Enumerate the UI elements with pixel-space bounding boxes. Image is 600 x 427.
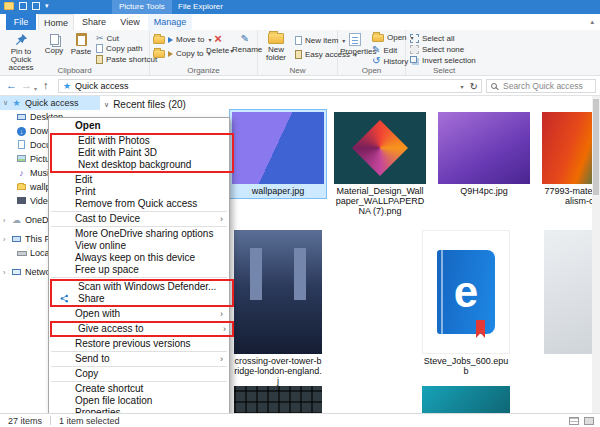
select-none-button[interactable]: Select none xyxy=(410,45,464,54)
sidebar-item-quick-access[interactable]: ∨ ★ Quick access xyxy=(0,96,100,110)
search-icon xyxy=(491,83,497,89)
menu-item-scan-with-windows-defender[interactable]: Scan with Windows Defender... xyxy=(52,281,232,293)
menu-item-create-shortcut[interactable]: Create shortcut xyxy=(49,383,229,395)
search-box[interactable] xyxy=(486,79,596,93)
picture-tools-badge: Picture Tools xyxy=(112,0,172,14)
file-tile-material-design[interactable]: Material_Design_Wallpaper_WALLPAPERDNA (… xyxy=(332,110,428,218)
menu-item-print[interactable]: Print xyxy=(49,186,229,198)
delete-button[interactable]: × Delete▾ xyxy=(206,32,230,55)
refresh-icon[interactable]: ↻ xyxy=(470,81,478,92)
address-dropdown-icon[interactable]: ▾ xyxy=(461,83,464,90)
invert-selection-button[interactable]: Invert selection xyxy=(410,56,476,65)
menu-item-share[interactable]: Share xyxy=(52,293,232,305)
menu-item-open-with[interactable]: Open with› xyxy=(49,308,229,320)
menu-item-view-online[interactable]: View online xyxy=(49,240,229,252)
status-divider xyxy=(50,416,51,425)
file-tile-teal[interactable] xyxy=(420,384,512,413)
cut-button[interactable]: ✂ Cut xyxy=(96,33,119,43)
forward-button[interactable]: → xyxy=(21,79,32,92)
thumbnail-view-icon[interactable] xyxy=(584,417,594,425)
copy-button[interactable]: Copy xyxy=(42,33,66,55)
rename-icon: ✎ xyxy=(232,34,258,44)
paste-shortcut-icon xyxy=(96,55,103,64)
paste-button[interactable]: Paste xyxy=(68,32,94,56)
file-tile-q9h4pc[interactable]: Q9H4pc.jpg xyxy=(436,110,532,198)
menu-item-give-access-to[interactable]: Give access to› xyxy=(52,323,232,335)
up-button[interactable]: ↑ xyxy=(43,79,49,92)
menu-item-edit-with-paint-3d[interactable]: Edit with Paint 3D xyxy=(52,147,232,159)
file-thumbnail xyxy=(422,386,510,413)
address-box[interactable]: ★ Quick access ▾ ↻ xyxy=(58,79,482,93)
select-all-button[interactable]: Select all xyxy=(410,34,454,43)
group-collapse-icon[interactable]: ∨ xyxy=(104,101,109,109)
tab-file[interactable]: File xyxy=(6,14,36,30)
new-folder-icon xyxy=(268,33,284,44)
new-folder-button[interactable]: New folder xyxy=(260,32,292,62)
expand-chevron-icon[interactable]: › xyxy=(3,236,11,243)
drive-icon xyxy=(17,251,27,256)
edit-button[interactable]: ✎ Edit xyxy=(372,45,397,55)
qat-customize-icon[interactable]: ▾ xyxy=(45,2,49,10)
tab-home[interactable]: Home xyxy=(38,14,74,30)
tab-view[interactable]: View xyxy=(114,14,146,30)
menu-item-open-file-location[interactable]: Open file location xyxy=(49,395,229,407)
properties-icon xyxy=(349,33,361,46)
ribbon-tab-strip: File Home Share View Manage ▴ xyxy=(0,14,600,30)
copy-to-button[interactable]: Copy to ▾ xyxy=(153,49,211,58)
file-tile-77993[interactable]: 77993-material-minimalism-colorf xyxy=(540,110,600,208)
ribbon-group-clipboard: Pin to Quick access Copy Paste ✂ Cut Cop… xyxy=(0,30,150,75)
menu-item-next-desktop-background[interactable]: Next desktop background xyxy=(52,159,232,171)
menu-item-copy[interactable]: Copy xyxy=(49,368,229,380)
ribbon-group-new: New folder New item ▾ Easy access ▾ New xyxy=(258,30,338,75)
annotation-box-2: Scan with Windows Defender... Share xyxy=(50,279,234,307)
menu-item-send-to[interactable]: Send to› xyxy=(49,353,229,365)
paste-shortcut-button[interactable]: Paste shortcut xyxy=(96,55,157,64)
file-tile-metal-grid[interactable] xyxy=(232,384,324,413)
ribbon-group-open: Properties Open ▾ ✎ Edit ↺ History Open xyxy=(338,30,406,75)
history-button[interactable]: ↺ History xyxy=(372,56,408,66)
file-tile-steve-jobs-epub[interactable]: e Steve_Jobs_600.epub xyxy=(420,228,512,378)
menu-item-free-up-space[interactable]: Free up space xyxy=(49,264,229,276)
easy-access-icon xyxy=(295,50,302,59)
menu-item-always-keep-on-this-device[interactable]: Always keep on this device xyxy=(49,252,229,264)
qat-new-folder-icon[interactable] xyxy=(32,2,40,10)
expand-chevron-icon[interactable]: › xyxy=(3,269,11,276)
pin-icon xyxy=(15,33,28,46)
tab-share[interactable]: Share xyxy=(76,14,112,30)
breadcrumb-location[interactable]: Quick access xyxy=(75,81,129,91)
expand-chevron-icon[interactable]: › xyxy=(3,217,11,224)
delete-icon: × xyxy=(206,33,230,45)
vertical-scrollbar[interactable] xyxy=(592,96,600,413)
menu-item-open[interactable]: Open xyxy=(49,120,229,132)
group-header[interactable]: ∨ Recent files (20) xyxy=(104,99,186,110)
details-view-icon[interactable] xyxy=(569,417,579,425)
menu-separator xyxy=(51,351,227,352)
qat-properties-icon[interactable] xyxy=(19,2,27,10)
search-input[interactable] xyxy=(501,80,595,92)
menu-item-restore-previous-versions[interactable]: Restore previous versions xyxy=(49,338,229,350)
file-tile-tower-bridge[interactable]: crossing-over-tower-bridge-london-englan… xyxy=(232,228,324,388)
file-tile-wallpaper[interactable]: wallpaper.jpg xyxy=(230,110,326,198)
menu-item-edit[interactable]: Edit xyxy=(49,174,229,186)
menu-item-more-onedrive-sharing-options[interactable]: More OneDrive sharing options xyxy=(49,228,229,240)
invert-selection-icon xyxy=(410,56,417,63)
menu-item-remove-from-quick-access[interactable]: Remove from Quick access xyxy=(49,198,229,210)
file-thumbnail xyxy=(334,112,426,184)
menu-item-cast-to-device[interactable]: Cast to Device› xyxy=(49,213,229,225)
minimize-ribbon-icon[interactable]: ▴ xyxy=(590,18,594,26)
collapse-chevron-icon[interactable]: ∨ xyxy=(3,99,11,107)
menu-separator xyxy=(51,226,227,227)
scrollbar-thumb[interactable] xyxy=(593,99,599,195)
menu-separator xyxy=(51,277,227,278)
tab-manage[interactable]: Manage xyxy=(148,14,192,30)
properties-button[interactable]: Properties xyxy=(340,32,370,56)
edit-icon: ✎ xyxy=(372,45,380,55)
back-button[interactable]: ← xyxy=(6,79,17,92)
recent-locations-chevron-icon[interactable]: ▾ xyxy=(34,83,37,96)
copy-path-button[interactable]: Copy path xyxy=(96,44,142,53)
menu-item-edit-with-photos[interactable]: Edit with Photos xyxy=(52,135,232,147)
group-label-open: Open xyxy=(338,66,405,75)
rename-button[interactable]: ✎ Rename xyxy=(232,33,258,54)
move-to-folder-icon xyxy=(153,36,165,44)
move-to-button[interactable]: Move to ▾ xyxy=(153,35,211,44)
